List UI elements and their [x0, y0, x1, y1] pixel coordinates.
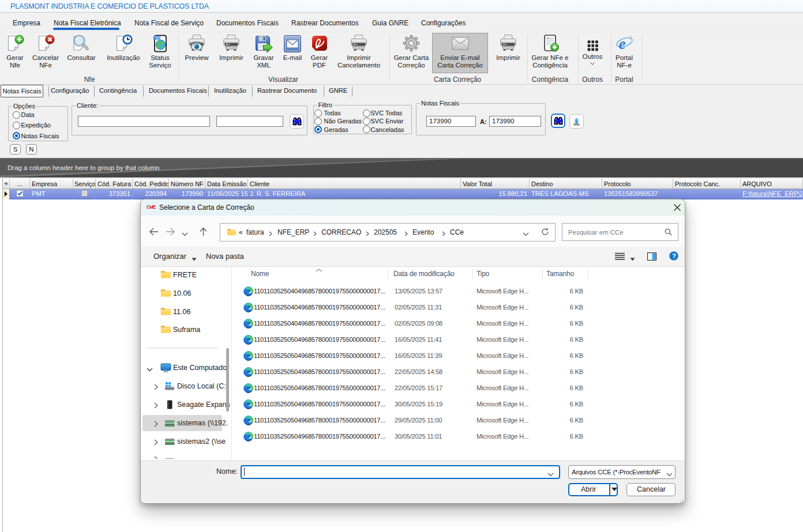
svg-text:e: e — [619, 35, 626, 52]
svg-text:?: ? — [672, 252, 676, 259]
svg-text:XML: XML — [154, 36, 160, 39]
